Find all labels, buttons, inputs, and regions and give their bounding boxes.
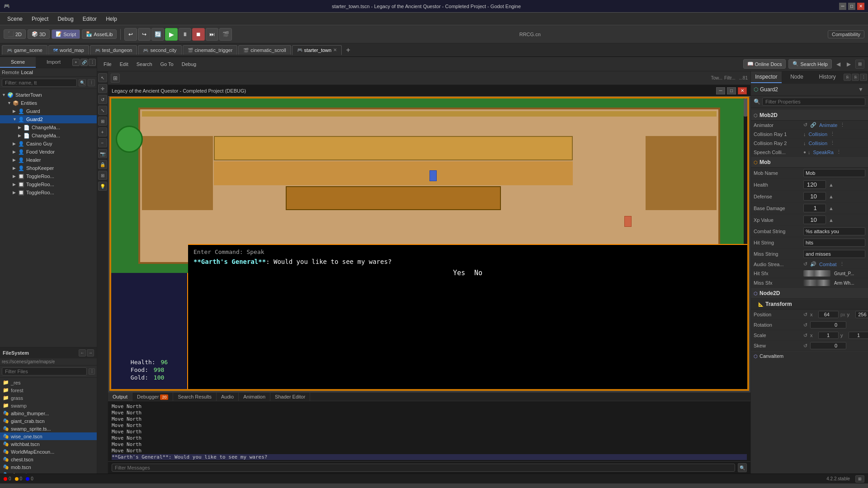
tab-cinematic-scroll[interactable]: 🎬 cinematic_scroll: [238, 45, 291, 55]
side-btn-grid[interactable]: ⊞: [98, 171, 107, 180]
tree-item-food-vendor[interactable]: ▶ 👤 Food Vendor 👁 🔒: [0, 148, 97, 156]
tree-vis-btn-shopkeeper[interactable]: 👁: [81, 165, 88, 171]
inspector-filter-input[interactable]: [762, 98, 865, 106]
tree-vis-btn-toggleroo1[interactable]: 👁: [81, 173, 88, 179]
bottom-filter-search[interactable]: 🔍: [738, 463, 747, 472]
fs-file-witchbat[interactable]: 🎭 witchbat.tscn: [0, 440, 97, 448]
refresh-icon-collision1[interactable]: ↓: [803, 131, 806, 137]
scene-filter-input[interactable]: [2, 79, 77, 87]
tree-lock-btn-healer[interactable]: 🔒: [89, 157, 95, 163]
rtab-node[interactable]: Node: [782, 71, 812, 83]
tree-arrow-toggleroo1[interactable]: ▶: [13, 174, 18, 178]
tree-item-shopkeeper[interactable]: ▶ 👤 ShopKeeper 👁 🔒: [0, 164, 97, 172]
tree-arrow-food-vendor[interactable]: ▶: [13, 150, 18, 154]
inspector-expand-button[interactable]: ⊞: [855, 60, 864, 69]
insp-input-miss-string[interactable]: [803, 250, 865, 258]
menu-project[interactable]: Project: [27, 15, 53, 23]
insp-section-mob[interactable]: ⬡ Mob: [751, 157, 868, 168]
tree-arrow-guard[interactable]: ▶: [13, 109, 18, 113]
rtab-inspector[interactable]: Inspector: [751, 71, 782, 83]
fs-nav-back[interactable]: ←: [79, 349, 86, 357]
insp-input-defense[interactable]: [803, 192, 826, 201]
insp-more-speech[interactable]: ⋮: [836, 149, 841, 155]
mode-script-button[interactable]: 📝 Script: [52, 29, 80, 39]
node-type-dropdown[interactable]: ▼: [856, 85, 865, 94]
sec-debug[interactable]: Debug: [179, 60, 199, 68]
mode-3d-button[interactable]: 🎲 3D: [28, 29, 50, 39]
insp-input-hit-string[interactable]: [803, 239, 865, 247]
insp-link-collision1[interactable]: Collision: [809, 131, 828, 137]
insp-link-animate[interactable]: Animate: [819, 122, 837, 128]
insp-input-mob-name[interactable]: [803, 169, 865, 177]
tree-lock-btn-casino-guy[interactable]: 🔒: [89, 141, 95, 147]
tree-item-entities[interactable]: ▼ 📦 Entities 👁: [0, 99, 97, 107]
tree-item-casino-guy[interactable]: ▶ 👤 Casino Guy 👁 🔒: [0, 140, 97, 148]
tree-lock-btn-guard[interactable]: 🔒: [89, 108, 95, 114]
fs-folder-forest[interactable]: 📁 forest: [0, 386, 97, 394]
tree-lock-btn-guard2[interactable]: 🔒: [89, 116, 95, 122]
insp-up-defense[interactable]: ▲: [829, 194, 834, 199]
insp-input-scale-y[interactable]: [849, 332, 868, 339]
tree-vis-btn-casino-guy[interactable]: 👁: [81, 141, 88, 147]
tree-item-startertown[interactable]: ▼ 🌍 StarterTown 👁: [0, 91, 97, 99]
tree-vis-btn-healer[interactable]: 👁: [81, 157, 88, 163]
insp-link-audio[interactable]: Combat: [819, 262, 837, 267]
tree-arrow-casino-guy[interactable]: ▶: [13, 141, 18, 146]
mode-assetlib-button[interactable]: 🏪 AssetLib: [82, 29, 117, 39]
tree-arrow-entities[interactable]: ▼: [7, 101, 13, 105]
tree-arrow-startertown[interactable]: ▼: [2, 93, 7, 97]
sec-search[interactable]: Search: [134, 60, 155, 68]
btab-search[interactable]: Search Results: [173, 393, 217, 401]
refresh-icon-animator[interactable]: ↺: [803, 122, 807, 128]
fs-file-worldmap[interactable]: 🎭 WorldMapEncoun...: [0, 448, 97, 455]
menu-debug[interactable]: Debug: [53, 15, 78, 23]
bottom-filter-input[interactable]: [112, 464, 735, 472]
tree-vis-btn-toggleroo3[interactable]: 👁: [81, 189, 88, 196]
insp-input-base-damage[interactable]: [803, 204, 826, 212]
insp-up-base-damage[interactable]: ▲: [829, 206, 834, 211]
menu-scene[interactable]: Scene: [3, 15, 27, 23]
layout-btn[interactable]: ⊞: [855, 475, 864, 483]
fs-file-swamp-sprite[interactable]: 🎭 swamp_sprite.ts...: [0, 425, 97, 432]
tree-lock-btn-toggleroo2[interactable]: 🔒: [89, 181, 95, 188]
insp-input-rotation[interactable]: [810, 321, 846, 328]
remote-btn[interactable]: Remote: [2, 70, 19, 75]
tree-lock-btn-changema2[interactable]: 🔒: [89, 132, 95, 139]
filter-search-button[interactable]: 🔍: [79, 79, 86, 86]
tree-visibility-btn[interactable]: 👁: [89, 92, 95, 98]
fs-file-giant-crab[interactable]: 🎭 giant_crab.tscn: [0, 417, 97, 425]
fs-filter-btn[interactable]: ⋮: [89, 368, 95, 375]
game-win-max[interactable]: □: [727, 87, 736, 94]
sec-file[interactable]: File: [101, 60, 114, 68]
game-win-min[interactable]: ─: [716, 87, 725, 94]
menu-help[interactable]: Help: [101, 15, 122, 23]
toolbar-reload-button[interactable]: 🔄: [151, 28, 164, 41]
fs-folder-grass[interactable]: 📁 grass: [0, 394, 97, 402]
panel-menu-button[interactable]: ⋮: [89, 59, 96, 66]
btab-shader[interactable]: Shader Editor: [270, 393, 310, 401]
add-node-button[interactable]: +: [72, 59, 80, 66]
tree-vis-btn-toggleroo2[interactable]: 👁: [81, 181, 88, 188]
side-btn-move[interactable]: ✛: [98, 84, 107, 93]
tree-item-guard[interactable]: ▶ 👤 Guard 👁 🔒: [0, 107, 97, 115]
inspector-nav-forward[interactable]: ▶: [845, 60, 853, 68]
tab-starter-town[interactable]: 🎮 starter_town ✕: [292, 45, 342, 55]
fs-file-wise-one[interactable]: 🎭 wise_one.tscn: [0, 432, 97, 440]
insp-more-btn[interactable]: ⋮: [860, 74, 867, 81]
fs-file-player[interactable]: 🎭 player.tscn: [0, 471, 97, 474]
side-btn-zoom-in[interactable]: +: [98, 127, 107, 136]
side-btn-camera[interactable]: 📷: [98, 149, 107, 158]
rtab-history[interactable]: History: [812, 71, 843, 83]
insp-more-audio[interactable]: ⋮: [840, 261, 844, 267]
fs-nav-forward[interactable]: →: [87, 349, 94, 357]
insp-section-node2d[interactable]: ⬡ Node2D: [751, 288, 868, 299]
dialog-choice-no[interactable]: No: [474, 269, 482, 277]
tab-close-starter-town[interactable]: ✕: [333, 47, 337, 52]
tree-item-changema1[interactable]: ▶ 📄 ChangeMa... 👁 🔒: [0, 123, 97, 131]
tree-arrow-toggleroo3[interactable]: ▶: [13, 190, 18, 195]
tab-test-dungeon[interactable]: 🎮 test_dungeon: [90, 45, 137, 55]
insp-input-combat-string[interactable]: [803, 227, 865, 235]
tree-item-guard2[interactable]: ▼ 👤 Guard2 👁 🔒: [0, 115, 97, 123]
fs-file-mob[interactable]: 🎭 mob.tscn: [0, 463, 97, 471]
insp-input-pos-y[interactable]: [855, 311, 868, 318]
